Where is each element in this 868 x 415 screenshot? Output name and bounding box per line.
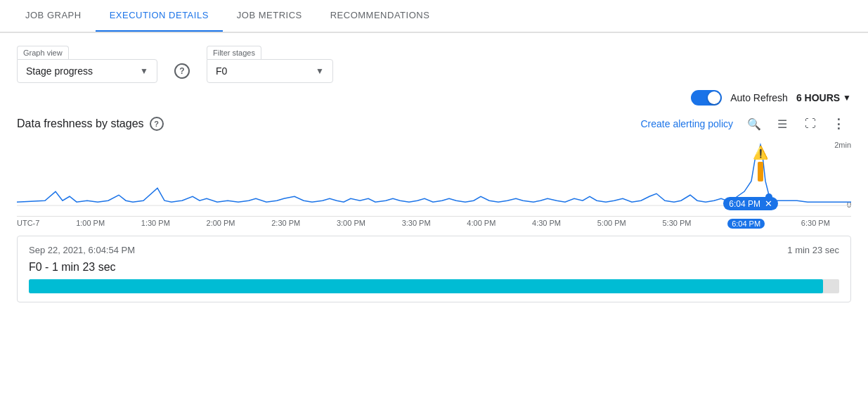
tab-job-metrics[interactable]: JOB METRICS xyxy=(223,0,316,32)
warning-icon: ⚠️ xyxy=(753,145,768,160)
details-row: Sep 22, 2021, 6:04:54 PM 1 min 23 sec xyxy=(29,245,839,255)
hours-chevron-icon: ▼ xyxy=(843,93,851,103)
graph-view-group: Graph view Stage progress ▼ xyxy=(17,46,157,83)
hours-value: 6 HOURS xyxy=(796,92,840,103)
filter-stages-select[interactable]: F0 ▼ xyxy=(207,59,333,83)
filter-stages-group: Filter stages F0 ▼ xyxy=(207,46,333,83)
tab-recommendations[interactable]: RECOMMENDATIONS xyxy=(316,0,444,32)
chevron-down-icon: ▼ xyxy=(140,66,148,76)
selected-time-badge: 6:04 PM ✕ xyxy=(723,197,778,210)
chart-help-icon[interactable]: ? xyxy=(150,117,164,131)
tab-job-graph[interactable]: JOB GRAPH xyxy=(11,0,96,32)
chart-canvas: 2min 0 ⚠️ 6:04 PM ✕ xyxy=(17,139,851,217)
time-label-2: 1:30 PM xyxy=(141,219,170,229)
chart-actions: Create alerting policy 🔍 ☰ ⛶ ⋮ xyxy=(640,111,851,136)
progress-bar-container xyxy=(29,279,839,293)
tabs-bar: JOB GRAPH EXECUTION DETAILS JOB METRICS … xyxy=(0,0,868,33)
chart-time-labels: UTC-7 1:00 PM 1:30 PM 2:00 PM 2:30 PM 3:… xyxy=(17,217,851,229)
auto-refresh-toggle[interactable] xyxy=(691,90,722,106)
controls-row: Graph view Stage progress ▼ ? Filter sta… xyxy=(0,33,868,90)
time-label-5: 3:00 PM xyxy=(337,219,365,229)
auto-refresh-label: Auto Refresh xyxy=(730,92,788,103)
time-label-11: 6:04 PM xyxy=(727,219,765,229)
create-policy-link[interactable]: Create alerting policy xyxy=(640,118,733,129)
filter-stages-value: F0 xyxy=(216,65,310,77)
progress-bar-fill xyxy=(29,279,823,293)
graph-view-value: Stage progress xyxy=(26,65,134,77)
warning-badge: ⚠️ xyxy=(753,145,768,181)
selected-time-label: 6:04 PM xyxy=(729,199,760,209)
more-options-icon-btn[interactable]: ⋮ xyxy=(826,111,851,136)
chart-header: Data freshness by stages ? Create alerti… xyxy=(17,111,851,136)
time-label-7: 4:00 PM xyxy=(467,219,495,229)
chart-title-group: Data freshness by stages ? xyxy=(17,117,164,131)
time-label-4: 2:30 PM xyxy=(271,219,300,229)
time-label-12: 6:30 PM xyxy=(801,219,830,229)
graph-view-select[interactable]: Stage progress ▼ xyxy=(17,59,157,83)
chart-title: Data freshness by stages xyxy=(17,117,144,130)
details-section: Sep 22, 2021, 6:04:54 PM 1 min 23 sec F0… xyxy=(17,236,851,302)
time-label-8: 4:30 PM xyxy=(532,219,561,229)
details-date: Sep 22, 2021, 6:04:54 PM xyxy=(29,245,135,255)
auto-refresh-bar: Auto Refresh 6 HOURS ▼ xyxy=(0,90,868,111)
toggle-container[interactable] xyxy=(691,90,722,106)
filter-stages-label: Filter stages xyxy=(207,46,261,59)
hours-selector[interactable]: 6 HOURS ▼ xyxy=(796,92,851,103)
stage-label: F0 - 1 min 23 sec xyxy=(29,261,839,274)
time-label-10: 5:30 PM xyxy=(662,219,691,229)
search-icon-btn[interactable]: 🔍 xyxy=(741,111,767,136)
fullscreen-icon-btn[interactable]: ⛶ xyxy=(798,111,823,136)
graph-view-label: Graph view xyxy=(17,46,69,59)
chart-section: Data freshness by stages ? Create alerti… xyxy=(0,111,868,229)
details-duration: 1 min 23 sec xyxy=(787,245,839,255)
tab-execution-details[interactable]: EXECUTION DETAILS xyxy=(96,0,223,32)
time-label-0: UTC-7 xyxy=(17,219,39,229)
time-label-6: 3:30 PM xyxy=(402,219,431,229)
filter-chevron-icon: ▼ xyxy=(316,66,324,76)
time-label-9: 5:00 PM xyxy=(597,219,626,229)
toggle-knob xyxy=(708,91,720,104)
time-label-3: 2:00 PM xyxy=(207,219,235,229)
legend-icon-btn[interactable]: ☰ xyxy=(770,111,795,136)
warning-bar xyxy=(758,162,763,181)
time-label-1: 1:00 PM xyxy=(76,219,105,229)
close-icon[interactable]: ✕ xyxy=(765,198,772,209)
graph-view-help[interactable]: ? xyxy=(174,63,190,79)
